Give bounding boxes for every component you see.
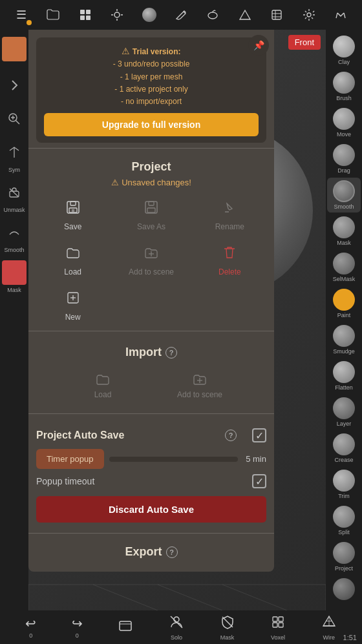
project-tool[interactable]: Project [327, 539, 361, 574]
unmask-tool[interactable]: Unmask [2, 178, 27, 213]
new-label: New [65, 313, 81, 322]
layer-tool[interactable]: Layer [327, 395, 361, 430]
svg-rect-25 [70, 202, 76, 205]
sym-tool[interactable]: Sym [2, 138, 27, 173]
lasso-button[interactable] [201, 3, 224, 26]
solo-button[interactable]: Solo [169, 614, 184, 641]
new-icon [65, 289, 81, 310]
svg-line-41 [171, 616, 182, 628]
nav-left-button[interactable] [2, 73, 27, 98]
clay-tool[interactable]: Clay [327, 33, 361, 68]
timer-bar[interactable] [109, 457, 239, 462]
undo-icon: ↩ [25, 616, 36, 631]
stack-button[interactable] [265, 3, 288, 26]
export-section: Export ? [28, 536, 274, 572]
popup-checkbox[interactable] [252, 474, 266, 488]
view-label: Front [288, 35, 321, 50]
svg-rect-38 [120, 621, 131, 630]
zoom-button[interactable] [2, 107, 27, 131]
save-action[interactable]: Save [34, 192, 112, 238]
smudge-tool[interactable]: Smudge [327, 322, 361, 357]
import-load-icon [94, 371, 111, 390]
autosave-checkbox[interactable] [252, 428, 266, 442]
redo-button[interactable]: ↪ 0 [72, 616, 83, 639]
timer-popup-button[interactable]: Timer popup [36, 449, 104, 469]
svg-rect-46 [279, 623, 283, 627]
mask-tool-left[interactable]: Mask [2, 258, 27, 293]
svg-line-13 [16, 121, 20, 125]
divider-4 [28, 533, 274, 534]
trial-banner: ⚠ Trial version: - 3 undo/redo possible … [36, 37, 266, 143]
paint-tool[interactable]: Paint [327, 286, 361, 321]
color-swatch[interactable] [2, 37, 27, 61]
trim-tool[interactable]: Trim [327, 467, 361, 502]
import-add-label: Add to scene [177, 390, 222, 399]
last-tool[interactable] [327, 576, 361, 604]
import-section: Import ? Load Add to scene [28, 334, 274, 411]
svg-line-17 [10, 189, 19, 197]
top-toolbar: ☰ [0, 0, 362, 30]
layers-button[interactable] [74, 3, 97, 26]
solo-icon [169, 614, 184, 633]
timer-value: 5 min [243, 454, 266, 464]
mask-tool[interactable]: Mask [327, 214, 361, 249]
divider-2 [28, 331, 274, 331]
project-title: Project [28, 151, 274, 178]
svg-rect-43 [273, 617, 277, 621]
export-help-icon[interactable]: ? [166, 546, 178, 558]
flatten-tool[interactable]: Flatten [327, 358, 361, 393]
more-button[interactable] [329, 3, 352, 26]
autosave-help-icon[interactable]: ? [225, 430, 237, 441]
new-action[interactable]: New [34, 283, 112, 328]
drag-tool[interactable]: Drag [327, 141, 361, 176]
reference-button[interactable] [118, 618, 133, 637]
import-help-icon[interactable]: ? [165, 347, 177, 358]
discard-autosave-button[interactable]: Discard Auto Save [36, 496, 266, 523]
import-add-icon [191, 371, 208, 390]
undo-button[interactable]: ↩ 0 [25, 616, 36, 639]
svg-rect-44 [279, 617, 283, 621]
brush-tool[interactable]: Brush [327, 69, 361, 104]
svg-rect-10 [272, 10, 281, 19]
import-add-to-scene: Add to scene [151, 364, 248, 406]
solo-label: Solo [171, 634, 182, 641]
load-action[interactable]: Load [34, 238, 112, 283]
trial-line-2: - 1 layer per mesh [44, 71, 259, 83]
add-to-scene-icon [143, 244, 160, 265]
triangle-button[interactable] [233, 3, 257, 26]
load-icon [65, 244, 81, 265]
selmask-tool[interactable]: SelMask [327, 250, 361, 285]
delete-action[interactable]: Delete [191, 238, 269, 283]
smooth-tool-left[interactable]: Smooth [2, 218, 27, 253]
move-tool[interactable]: Move [327, 105, 361, 140]
timer-row: Timer popup 5 min [36, 449, 266, 469]
pin-button[interactable]: 📌 [248, 35, 269, 56]
split-tool[interactable]: Split [327, 503, 361, 538]
svg-rect-2 [80, 16, 85, 20]
sphere-tool-button[interactable] [138, 3, 161, 26]
save-label: Save [64, 222, 81, 231]
autosave-title: Project Auto Save [36, 430, 221, 441]
mask-bottom-button[interactable]: Mask [220, 614, 235, 641]
divider-3 [28, 413, 274, 414]
warning-icon: ⚠ [122, 46, 130, 56]
upgrade-button[interactable]: Upgrade to full version [44, 113, 259, 136]
folder-button[interactable] [41, 3, 65, 26]
wire-icon [321, 614, 337, 633]
save-icon [65, 199, 81, 220]
redo-icon: ↪ [72, 616, 83, 631]
voxel-button[interactable]: Voxel [270, 614, 286, 641]
add-to-scene-label: Add to scene [129, 267, 174, 276]
effects-button[interactable] [105, 3, 129, 26]
svg-rect-1 [86, 10, 90, 14]
wire-button[interactable]: Wire [321, 614, 337, 641]
crease-tool[interactable]: Crease [327, 431, 361, 466]
pen-button[interactable] [169, 3, 193, 26]
wire-label: Wire [323, 634, 335, 641]
smooth-tool[interactable]: Smooth [327, 178, 361, 213]
svg-rect-3 [86, 16, 90, 20]
trial-line-1: - 3 undo/redo possible [44, 58, 259, 70]
trial-line-4: - no import/export [44, 96, 259, 108]
menu-button[interactable]: ☰ [10, 3, 33, 26]
settings-button[interactable] [297, 3, 321, 26]
